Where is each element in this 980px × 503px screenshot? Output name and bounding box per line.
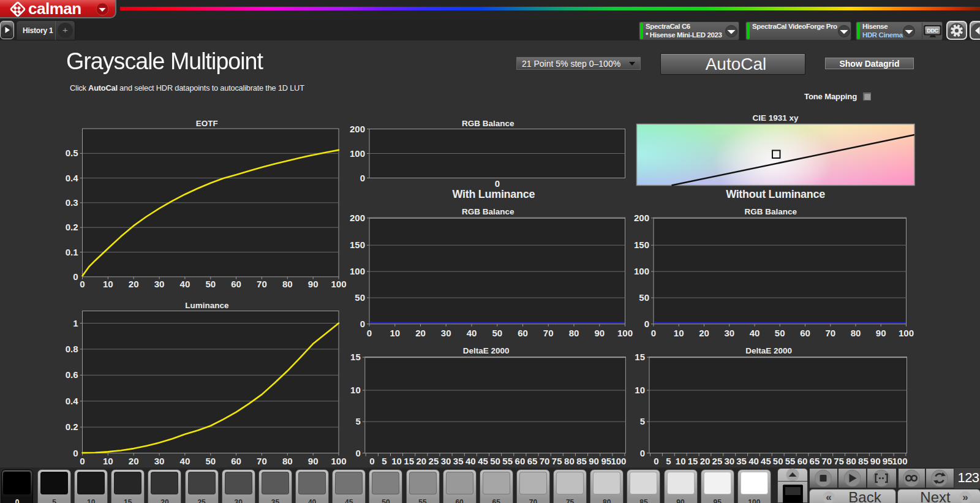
svg-text:0.2: 0.2 [66,422,78,432]
svg-text:EOTF: EOTF [196,119,218,128]
svg-text:15: 15 [350,352,361,362]
svg-text:90: 90 [308,279,318,289]
svg-text:80: 80 [282,456,293,466]
svg-text:0.6: 0.6 [66,369,78,380]
svg-text:0: 0 [369,456,374,466]
svg-text:50: 50 [205,456,216,466]
svg-text:0: 0 [644,319,649,329]
svg-text:40: 40 [748,456,759,466]
svg-text:0.5: 0.5 [66,148,78,158]
svg-text:80: 80 [569,328,579,338]
svg-text:50: 50 [355,292,365,303]
svg-text:100: 100 [892,456,907,466]
svg-text:15: 15 [404,456,414,466]
svg-text:10: 10 [390,328,400,338]
svg-text:0: 0 [360,173,365,183]
svg-text:0: 0 [651,328,656,338]
svg-text:90: 90 [589,456,599,466]
svg-text:80: 80 [851,328,861,338]
svg-text:50: 50 [490,456,500,466]
svg-text:0: 0 [654,456,658,466]
svg-text:RGB Balance: RGB Balance [744,207,797,216]
svg-text:40: 40 [180,456,190,466]
svg-text:0: 0 [73,448,78,458]
svg-text:10: 10 [391,456,402,466]
svg-text:Without Luminance: Without Luminance [726,188,825,200]
svg-text:70: 70 [543,328,554,338]
svg-text:85: 85 [576,456,587,466]
svg-text:60: 60 [231,279,241,289]
svg-text:40: 40 [467,328,477,338]
svg-text:5: 5 [666,456,671,466]
svg-text:0: 0 [80,279,85,289]
svg-text:40: 40 [750,328,760,338]
svg-text:10: 10 [635,385,645,395]
svg-text:With Luminance: With Luminance [452,188,535,200]
svg-text:0.2: 0.2 [66,222,78,232]
svg-text:60: 60 [518,328,528,338]
svg-text:15: 15 [688,456,698,466]
svg-text:0.4: 0.4 [66,396,79,406]
svg-text:75: 75 [552,456,562,466]
svg-text:200: 200 [350,124,365,134]
svg-text:100: 100 [331,279,346,289]
svg-text:100: 100 [617,328,633,338]
svg-text:50: 50 [773,456,783,466]
svg-text:55: 55 [502,456,513,466]
svg-text:5: 5 [355,416,360,426]
svg-text:Luminance: Luminance [185,301,229,310]
svg-text:DeltaE 2000: DeltaE 2000 [745,346,792,355]
svg-text:DeltaE 2000: DeltaE 2000 [463,346,510,355]
svg-text:20: 20 [700,456,710,466]
svg-text:70: 70 [257,456,267,466]
svg-text:30: 30 [724,456,734,466]
svg-text:0: 0 [367,328,372,338]
svg-text:1: 1 [73,318,78,328]
svg-text:0.8: 0.8 [66,344,78,354]
svg-text:90: 90 [594,328,605,338]
svg-text:45: 45 [761,456,771,466]
svg-text:30: 30 [154,456,165,466]
svg-text:30: 30 [724,328,734,338]
svg-text:CIE 1931 xy: CIE 1931 xy [752,113,799,123]
svg-text:85: 85 [858,456,869,466]
svg-text:10: 10 [350,385,361,395]
svg-text:20: 20 [129,456,139,466]
svg-text:0.1: 0.1 [66,247,78,257]
svg-text:40: 40 [466,456,476,466]
svg-text:0: 0 [640,448,645,458]
svg-text:0.4: 0.4 [66,173,79,183]
svg-text:25: 25 [712,456,723,466]
svg-text:20: 20 [415,328,426,338]
svg-text:100: 100 [331,456,346,466]
svg-text:45: 45 [478,456,488,466]
svg-text:10: 10 [103,456,113,466]
svg-text:20: 20 [416,456,426,466]
svg-text:90: 90 [308,456,318,466]
svg-text:35: 35 [453,456,464,466]
svg-text:50: 50 [492,328,502,338]
svg-text:5: 5 [382,456,386,466]
svg-text:5: 5 [640,416,645,426]
svg-text:65: 65 [810,456,820,466]
svg-text:150: 150 [350,240,365,250]
svg-text:100: 100 [350,148,365,159]
svg-text:70: 70 [540,456,550,466]
svg-text:50: 50 [639,292,649,303]
svg-text:20: 20 [129,279,139,289]
svg-text:0: 0 [355,448,360,458]
svg-text:70: 70 [821,456,832,466]
svg-text:100: 100 [899,328,914,338]
svg-text:95: 95 [883,456,893,466]
svg-text:90: 90 [870,456,881,466]
svg-text:95: 95 [601,456,611,466]
svg-text:0.3: 0.3 [66,197,78,208]
svg-text:35: 35 [736,456,747,466]
svg-text:0: 0 [360,319,365,329]
svg-text:70: 70 [825,328,835,338]
svg-text:70: 70 [257,279,267,289]
svg-text:100: 100 [611,456,626,466]
svg-text:30: 30 [441,456,451,466]
svg-text:65: 65 [527,456,538,466]
svg-text:0: 0 [73,271,78,282]
